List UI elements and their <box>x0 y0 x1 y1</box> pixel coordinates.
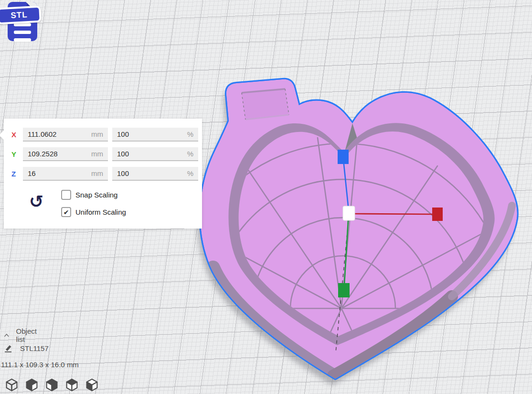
heart-mold-model[interactable] <box>170 79 517 379</box>
gizmo-z-handle[interactable] <box>338 150 349 164</box>
object-list-title: Object list <box>16 327 39 343</box>
axis-z-label: Z <box>11 170 23 178</box>
uniform-scaling-row: ✔ Uniform Scaling <box>61 207 126 217</box>
cube-3d-icon <box>5 378 19 392</box>
scale-z-percent-input[interactable]: 100 % <box>112 167 198 181</box>
view-front-button[interactable] <box>25 378 39 392</box>
object-name: STL1157 <box>20 344 49 352</box>
edit-pencil-icon <box>4 344 13 352</box>
scale-x-mm-input[interactable]: 111.0602 mm <box>23 128 108 142</box>
axis-x-label: X <box>11 131 23 139</box>
scale-row-z: Z 16 mm 100 % <box>11 167 198 181</box>
scale-y-mm-input[interactable]: 109.2528 mm <box>23 147 108 161</box>
stl-file-logo: STL <box>0 0 46 46</box>
tab-recess <box>242 89 289 120</box>
scale-y-percent-input[interactable]: 100 % <box>112 147 198 161</box>
scale-x-percent-input[interactable]: 100 % <box>112 128 198 142</box>
camera-view-toolbar <box>5 378 99 392</box>
gizmo-y-handle[interactable] <box>338 283 350 297</box>
gizmo-x-line <box>355 214 433 214</box>
cube-front-icon <box>25 378 39 392</box>
snap-scaling-label: Snap Scaling <box>75 191 117 199</box>
unit-label: % <box>187 130 193 138</box>
axis-y-label: Y <box>11 150 23 158</box>
chevron-up-icon <box>4 332 10 338</box>
reset-scale-button[interactable]: ↺ <box>27 191 46 212</box>
stl-badge: STL <box>0 6 42 25</box>
view-right-button[interactable] <box>85 378 99 392</box>
uniform-scaling-checkbox[interactable]: ✔ <box>61 207 71 217</box>
cube-top-icon <box>45 378 59 392</box>
unit-label: % <box>187 150 193 158</box>
view-top-button[interactable] <box>45 378 59 392</box>
unit-label: mm <box>91 169 103 177</box>
scale-z-mm-input[interactable]: 16 mm <box>23 167 108 181</box>
scale-row-y: Y 109.2528 mm 100 % <box>11 147 198 161</box>
view-left-button[interactable] <box>65 378 79 392</box>
unit-label: mm <box>91 150 103 158</box>
gizmo-x-handle[interactable] <box>432 208 443 221</box>
scale-tool-panel: X 111.0602 mm 100 % Y 109.2528 mm 100 % … <box>4 119 202 229</box>
uniform-scaling-label: Uniform Scaling <box>75 208 126 216</box>
snap-scaling-checkbox[interactable] <box>61 190 71 200</box>
scale-row-x: X 111.0602 mm 100 % <box>11 128 198 142</box>
view-3d-button[interactable] <box>5 378 19 392</box>
unit-label: mm <box>91 130 103 138</box>
selected-object-dimensions: 111.1 x 109.3 x 16.0 mm <box>1 361 79 369</box>
object-list-item[interactable]: STL1157 <box>4 344 49 352</box>
gizmo-center-handle[interactable] <box>343 206 355 220</box>
object-list-header[interactable]: Object list <box>4 327 39 343</box>
cube-left-icon <box>65 378 79 392</box>
snap-scaling-row: Snap Scaling <box>61 190 117 200</box>
cube-right-icon <box>85 378 99 392</box>
unit-label: % <box>187 169 193 177</box>
viewport: STL X 111.0602 mm 100 % Y 109.2528 mm 10… <box>0 0 532 394</box>
